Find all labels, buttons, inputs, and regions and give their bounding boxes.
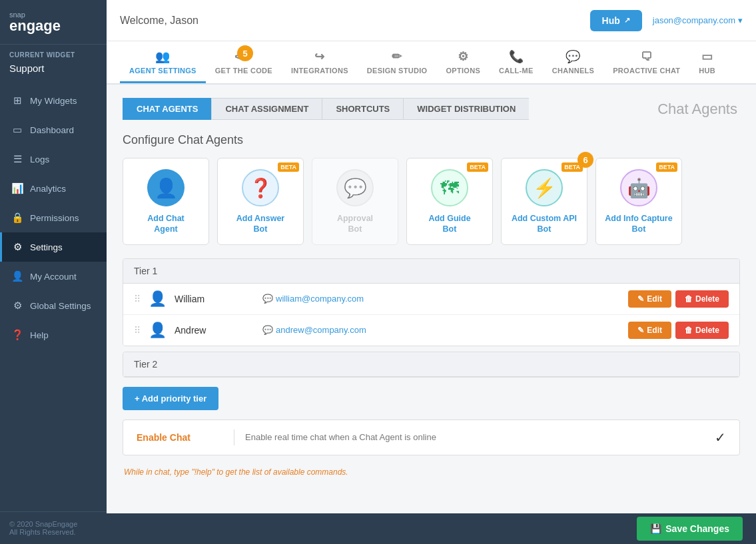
permissions-icon: 🔒: [11, 212, 23, 224]
table-row: ⠿ 👤 Andrew 💬 andrew@company.com ✎ Edit �: [123, 315, 739, 346]
widgets-icon: ⊞: [11, 95, 23, 107]
bot-label: Add AnswerBot: [236, 213, 284, 235]
sidebar-item-label: Settings: [30, 242, 63, 252]
delete-icon: 🗑: [685, 326, 693, 335]
table-row: ⠿ 👤 William 💬 william@company.com ✎ Edit: [123, 284, 739, 315]
sidebar-item-label: My Widgets: [30, 96, 77, 106]
bot-card-add-guide-bot[interactable]: BETA 🗺 Add GuideBot: [406, 158, 493, 245]
main-content: Welcome, Jason Hub ↗ jason@company.com ▾…: [107, 0, 756, 544]
tier-2-header: Tier 2: [123, 352, 739, 377]
drag-handle-icon[interactable]: ⠿: [134, 294, 141, 304]
bot-label: Add ChatAgent: [147, 213, 185, 235]
topbar: Welcome, Jason Hub ↗ jason@company.com ▾: [107, 0, 756, 41]
edit-william-button[interactable]: ✎ Edit: [628, 290, 671, 308]
current-widget-label: CURRENT WIDGET: [0, 45, 107, 61]
user-email: jason@company.com: [653, 15, 735, 25]
sidebar-item-label: Global Settings: [30, 301, 91, 311]
tab-proactive-chat[interactable]: 🗨 PROACTIVE CHAT: [603, 42, 689, 83]
subtab-chat-assignment[interactable]: CHAT ASSIGNMENT: [211, 98, 322, 120]
subtab-chat-agents[interactable]: CHAT AGENTS: [123, 98, 211, 120]
dropdown-icon: ▾: [738, 15, 743, 25]
bot-label: Add GuideBot: [428, 213, 470, 235]
channels-icon: 💬: [566, 49, 580, 64]
save-changes-button[interactable]: 💾 Save Changes: [637, 517, 743, 541]
tab-design-studio[interactable]: ✏ DESIGN STUDIO: [358, 41, 437, 83]
bot-label: ApprovalBot: [337, 213, 373, 235]
sidebar-item-permissions[interactable]: 🔒 Permissions: [0, 203, 107, 232]
sidebar-item-global-settings[interactable]: ⚙ Global Settings: [0, 291, 107, 320]
user-menu[interactable]: jason@company.com ▾: [653, 15, 743, 25]
tab-agent-settings[interactable]: 👥 AGENT SETTINGS: [120, 41, 206, 83]
add-info-capture-bot-icon: 🤖: [620, 169, 657, 206]
logo: snap engage: [0, 0, 107, 45]
email-text: andrew@company.com: [276, 325, 366, 335]
sidebar-item-dashboard[interactable]: ▭ Dashboard: [0, 115, 107, 144]
enable-chat-checkmark: ✓: [715, 429, 726, 445]
sidebar-item-settings[interactable]: ⚙ Settings: [0, 232, 107, 262]
delete-andrew-button[interactable]: 🗑 Delete: [675, 322, 729, 339]
sidebar-item-label: Help: [30, 330, 49, 340]
save-label: Save Changes: [665, 523, 729, 534]
tab-call-me[interactable]: 📞 CALL-ME: [490, 41, 543, 83]
bot-card-add-chat-agent[interactable]: 👤 Add ChatAgent: [123, 158, 209, 245]
bot-card-add-custom-api-bot[interactable]: BETA 6 ⚡ Add Custom APIBot: [501, 158, 587, 245]
tier-actions: ✎ Edit 🗑 Delete: [628, 322, 729, 339]
agent-name: William: [175, 294, 228, 304]
my-account-icon: 👤: [11, 270, 23, 282]
edit-label: Edit: [647, 326, 662, 335]
subtab-shortcuts[interactable]: SHORTCUTS: [322, 98, 403, 120]
tab-hub[interactable]: ▭ HUB: [689, 41, 725, 83]
agent-avatar-icon: 👤: [149, 290, 167, 308]
agent-email: 💬 william@company.com: [262, 294, 364, 304]
page-content: CHAT AGENTS CHAT ASSIGNMENT SHORTCUTS WI…: [107, 85, 756, 513]
add-guide-bot-icon: 🗺: [431, 169, 468, 206]
hub-button[interactable]: Hub ↗: [590, 10, 642, 31]
nav-tabs-bar: 5 👥 AGENT SETTINGS </> GET THE CODE ↪ IN…: [107, 41, 756, 85]
footer: 💾 Save Changes: [107, 513, 756, 544]
proactive-chat-icon: 🗨: [641, 50, 653, 64]
badge-6: 6: [577, 152, 593, 168]
subtab-widget-distribution[interactable]: WIDGET DISTRIBUTION: [403, 98, 529, 120]
settings-icon: ⚙: [11, 241, 23, 253]
sidebar-item-help[interactable]: ❓ Help: [0, 320, 107, 350]
save-icon: 💾: [650, 523, 661, 534]
sidebar-item-my-account[interactable]: 👤 My Account: [0, 262, 107, 291]
enable-chat-row: Enable Chat Enable real time chat when a…: [123, 419, 740, 455]
widget-name: Support: [0, 61, 107, 81]
design-studio-icon: ✏: [392, 49, 402, 64]
logs-icon: ☰: [11, 153, 23, 165]
tab-label: CHANNELS: [552, 67, 595, 75]
drag-handle-icon[interactable]: ⠿: [134, 325, 141, 336]
bot-card-add-info-capture-bot[interactable]: BETA 🤖 Add Info CaptureBot: [595, 158, 682, 245]
divider: [234, 429, 234, 445]
bot-card-add-answer-bot[interactable]: BETA ❓ Add AnswerBot: [217, 158, 304, 245]
hub-tab-icon: ▭: [701, 49, 713, 64]
add-priority-tier-button[interactable]: + Add priority tier: [123, 387, 218, 410]
sidebar-item-analytics[interactable]: 📊 Analytics: [0, 174, 107, 203]
agent-name: Andrew: [175, 325, 228, 336]
analytics-icon: 📊: [11, 182, 23, 194]
integrations-icon: ↪: [314, 49, 324, 64]
sidebar-item-label: My Account: [30, 272, 77, 282]
bot-card-approval-bot: 💬 ApprovalBot: [312, 158, 398, 245]
delete-william-button[interactable]: 🗑 Delete: [675, 290, 729, 308]
tab-integrations[interactable]: ↪ INTEGRATIONS: [282, 41, 358, 83]
nav-badge: 5: [237, 45, 253, 61]
sidebar-item-my-widgets[interactable]: ⊞ My Widgets: [0, 86, 107, 115]
delete-label: Delete: [695, 294, 719, 304]
enable-chat-label: Enable Chat: [137, 432, 223, 443]
sidebar-item-label: Permissions: [30, 213, 79, 223]
tab-options[interactable]: ⚙ OPTIONS: [436, 41, 490, 83]
tab-channels[interactable]: 💬 CHANNELS: [543, 41, 604, 83]
sidebar: snap engage CURRENT WIDGET Support ⊞ My …: [0, 0, 107, 544]
topbar-right: Hub ↗ jason@company.com ▾: [590, 10, 743, 31]
tier-2-section: Tier 2: [123, 352, 740, 378]
beta-badge: BETA: [467, 162, 488, 172]
hub-label: Hub: [602, 15, 620, 26]
edit-andrew-button[interactable]: ✎ Edit: [628, 322, 671, 339]
logo-engage: engage: [9, 19, 97, 33]
sidebar-item-logs[interactable]: ☰ Logs: [0, 144, 107, 174]
approval-bot-icon: 💬: [336, 169, 374, 206]
enable-chat-description: Enable real time chat when a Chat Agent …: [245, 432, 715, 442]
add-chat-agent-icon: 👤: [147, 169, 185, 206]
